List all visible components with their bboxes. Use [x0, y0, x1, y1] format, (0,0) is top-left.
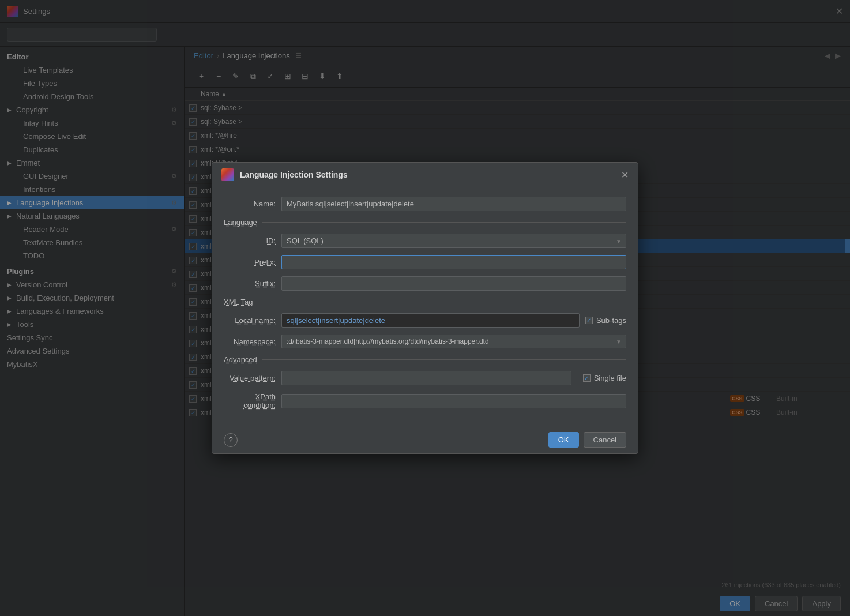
suffix-label: Suffix:	[224, 279, 276, 288]
local-name-label: Local name:	[224, 316, 276, 325]
id-label: ID:	[224, 236, 276, 245]
namespace-row: Namespace: :d/ibatis-3-mapper.dtd|http:/…	[224, 335, 626, 348]
xml-tag-section-label: XML Tag	[224, 298, 253, 306]
xml-tag-section-divider: XML Tag	[224, 298, 626, 306]
modal-app-icon	[221, 168, 234, 181]
name-row: Name:	[224, 197, 626, 211]
namespace-select-wrapper: :d/ibatis-3-mapper.dtd|http://mybatis.or…	[281, 335, 626, 348]
local-name-row: Local name: Sub-tags	[224, 313, 626, 328]
modal-ok-button[interactable]: OK	[548, 432, 579, 448]
language-section-divider: Language	[224, 218, 626, 227]
namespace-label: Namespace:	[224, 337, 276, 346]
name-input[interactable]	[281, 197, 626, 211]
value-pattern-row: Value pattern: Single file	[224, 371, 626, 385]
modal-cancel-button[interactable]: Cancel	[584, 432, 626, 448]
name-label: Name:	[224, 200, 276, 208]
prefix-input[interactable]	[281, 255, 626, 269]
modal-footer: ? OK Cancel	[212, 426, 638, 453]
xml-tag-divider-line	[258, 302, 626, 302]
language-injection-settings-modal: Language Injection Settings ✕ Name: Lang…	[212, 162, 638, 454]
value-pattern-input[interactable]	[281, 371, 571, 385]
modal-title: Language Injection Settings	[240, 170, 615, 179]
single-file-checkbox-wrapper: Single file	[583, 374, 626, 382]
value-pattern-label: Value pattern:	[224, 374, 276, 382]
modal-body: Name: Language ID: SQL (SQL) Prefix:	[212, 187, 638, 426]
id-select-wrapper: SQL (SQL)	[281, 234, 626, 248]
suffix-input[interactable]	[281, 276, 626, 291]
id-select[interactable]: SQL (SQL)	[281, 234, 626, 248]
modal-overlay: Language Injection Settings ✕ Name: Lang…	[0, 0, 850, 616]
suffix-row: Suffix:	[224, 276, 626, 291]
advanced-section-label: Advanced	[224, 355, 257, 364]
advanced-section-divider: Advanced	[224, 355, 626, 364]
advanced-divider-line	[262, 359, 626, 360]
xpath-condition-row: XPath condition:	[224, 392, 626, 410]
sub-tags-checkbox-wrapper: Sub-tags	[585, 316, 626, 325]
modal-close-button[interactable]: ✕	[621, 170, 629, 181]
xpath-condition-input[interactable]	[281, 394, 626, 408]
prefix-label: Prefix:	[224, 258, 276, 266]
modal-header: Language Injection Settings ✕	[212, 163, 638, 187]
sub-tags-label: Sub-tags	[596, 316, 626, 325]
prefix-row: Prefix:	[224, 255, 626, 269]
sub-tags-checkbox[interactable]	[585, 317, 593, 324]
language-divider-line	[262, 222, 626, 223]
single-file-checkbox[interactable]	[583, 374, 591, 382]
language-section-label: Language	[224, 218, 257, 227]
namespace-select[interactable]: :d/ibatis-3-mapper.dtd|http://mybatis.or…	[281, 335, 626, 348]
id-row: ID: SQL (SQL)	[224, 234, 626, 248]
single-file-label: Single file	[594, 374, 626, 382]
xpath-condition-label: XPath condition:	[224, 392, 276, 410]
help-button[interactable]: ?	[224, 433, 238, 447]
local-name-input[interactable]	[281, 313, 580, 328]
